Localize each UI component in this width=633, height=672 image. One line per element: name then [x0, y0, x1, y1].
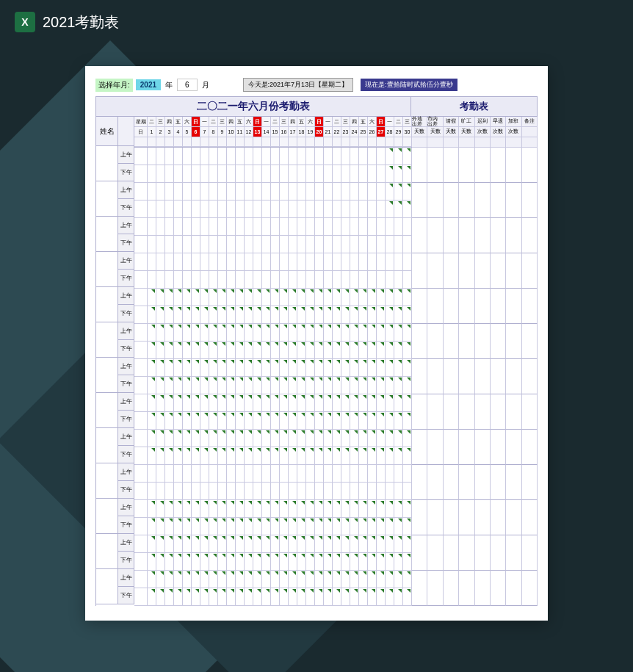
attendance-cell[interactable]: [262, 183, 271, 200]
summary-cell[interactable]: [522, 359, 538, 394]
attendance-cell[interactable]: [324, 183, 333, 200]
attendance-cell[interactable]: [192, 148, 200, 165]
attendance-cell[interactable]: [165, 200, 174, 218]
summary-cell[interactable]: [427, 394, 443, 430]
attendance-cell[interactable]: [324, 518, 333, 535]
attendance-cell[interactable]: [165, 236, 174, 253]
month-input[interactable]: 6: [177, 79, 198, 91]
attendance-cell[interactable]: [315, 342, 324, 359]
attendance-cell[interactable]: [156, 183, 165, 200]
attendance-cell[interactable]: [271, 148, 280, 165]
attendance-cell[interactable]: [280, 377, 289, 394]
attendance-cell[interactable]: [245, 324, 253, 342]
attendance-cell[interactable]: [200, 253, 209, 271]
attendance-cell[interactable]: [350, 588, 359, 606]
attendance-cell[interactable]: [236, 465, 245, 483]
attendance-cell[interactable]: [394, 200, 403, 218]
attendance-cell[interactable]: [306, 306, 315, 324]
attendance-cell[interactable]: [368, 518, 377, 535]
attendance-cell[interactable]: [192, 359, 200, 377]
attendance-cell[interactable]: [306, 553, 315, 571]
attendance-cell[interactable]: [280, 588, 289, 606]
name-cell[interactable]: [96, 181, 118, 217]
attendance-cell[interactable]: [253, 218, 262, 236]
attendance-cell[interactable]: [280, 412, 289, 430]
attendance-cell[interactable]: [280, 253, 289, 271]
attendance-cell[interactable]: [341, 412, 350, 430]
summary-cell[interactable]: [522, 324, 538, 359]
attendance-cell[interactable]: [253, 342, 262, 359]
attendance-cell[interactable]: [253, 535, 262, 553]
attendance-cell[interactable]: [148, 306, 156, 324]
data-cell[interactable]: [134, 306, 148, 324]
attendance-cell[interactable]: [227, 359, 236, 377]
attendance-cell[interactable]: [156, 430, 165, 447]
attendance-cell[interactable]: [386, 200, 394, 218]
summary-cell[interactable]: [459, 571, 474, 606]
attendance-cell[interactable]: [333, 412, 341, 430]
attendance-cell[interactable]: [306, 218, 315, 236]
attendance-cell[interactable]: [236, 218, 245, 236]
summary-cell[interactable]: [444, 148, 459, 183]
attendance-cell[interactable]: [394, 271, 403, 289]
attendance-cell[interactable]: [333, 535, 341, 553]
attendance-cell[interactable]: [333, 483, 341, 500]
attendance-cell[interactable]: [183, 200, 192, 218]
attendance-cell[interactable]: [245, 236, 253, 253]
attendance-cell[interactable]: [377, 571, 386, 588]
attendance-cell[interactable]: [368, 535, 377, 553]
summary-cell[interactable]: [444, 535, 459, 571]
attendance-cell[interactable]: [386, 465, 394, 483]
attendance-cell[interactable]: [218, 571, 227, 588]
attendance-cell[interactable]: [377, 200, 386, 218]
attendance-cell[interactable]: [218, 253, 227, 271]
attendance-cell[interactable]: [262, 377, 271, 394]
data-cell[interactable]: [134, 588, 148, 606]
year-input[interactable]: 2021: [136, 79, 161, 90]
data-cell[interactable]: [134, 377, 148, 394]
attendance-cell[interactable]: [209, 289, 218, 306]
attendance-cell[interactable]: [297, 324, 306, 342]
attendance-cell[interactable]: [156, 165, 165, 183]
attendance-cell[interactable]: [156, 377, 165, 394]
attendance-cell[interactable]: [306, 359, 315, 377]
attendance-cell[interactable]: [333, 518, 341, 535]
attendance-cell[interactable]: [341, 500, 350, 518]
attendance-cell[interactable]: [192, 412, 200, 430]
attendance-cell[interactable]: [359, 253, 368, 271]
attendance-cell[interactable]: [306, 412, 315, 430]
summary-cell[interactable]: [459, 148, 474, 183]
attendance-cell[interactable]: [306, 500, 315, 518]
attendance-cell[interactable]: [262, 271, 271, 289]
attendance-cell[interactable]: [209, 359, 218, 377]
attendance-cell[interactable]: [236, 535, 245, 553]
attendance-cell[interactable]: [148, 289, 156, 306]
attendance-cell[interactable]: [236, 342, 245, 359]
attendance-cell[interactable]: [341, 535, 350, 553]
attendance-cell[interactable]: [394, 430, 403, 447]
attendance-cell[interactable]: [200, 289, 209, 306]
attendance-cell[interactable]: [394, 306, 403, 324]
attendance-cell[interactable]: [341, 342, 350, 359]
attendance-cell[interactable]: [174, 183, 183, 200]
summary-cell[interactable]: [459, 359, 474, 394]
attendance-cell[interactable]: [271, 535, 280, 553]
attendance-cell[interactable]: [200, 553, 209, 571]
attendance-cell[interactable]: [377, 289, 386, 306]
attendance-cell[interactable]: [297, 377, 306, 394]
attendance-cell[interactable]: [306, 447, 315, 465]
attendance-cell[interactable]: [245, 535, 253, 553]
attendance-cell[interactable]: [315, 394, 324, 412]
attendance-cell[interactable]: [165, 553, 174, 571]
attendance-cell[interactable]: [315, 148, 324, 165]
attendance-cell[interactable]: [200, 236, 209, 253]
attendance-cell[interactable]: [350, 218, 359, 236]
attendance-cell[interactable]: [297, 253, 306, 271]
attendance-cell[interactable]: [289, 218, 297, 236]
attendance-cell[interactable]: [174, 588, 183, 606]
summary-cell[interactable]: [427, 253, 443, 289]
attendance-cell[interactable]: [156, 412, 165, 430]
attendance-cell[interactable]: [236, 324, 245, 342]
attendance-cell[interactable]: [271, 571, 280, 588]
attendance-cell[interactable]: [271, 183, 280, 200]
